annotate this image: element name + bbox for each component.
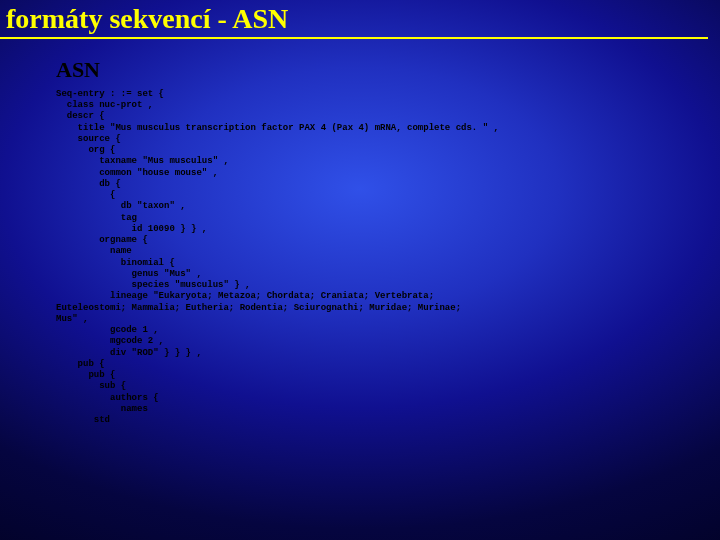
asn-code-block: Seq-entry : := set { class nuc-prot , de… xyxy=(56,89,720,427)
slide-subtitle: ASN xyxy=(56,57,720,83)
slide-title: formáty sekvencí - ASN xyxy=(0,0,708,39)
slide: formáty sekvencí - ASN ASN Seq-entry : :… xyxy=(0,0,720,540)
